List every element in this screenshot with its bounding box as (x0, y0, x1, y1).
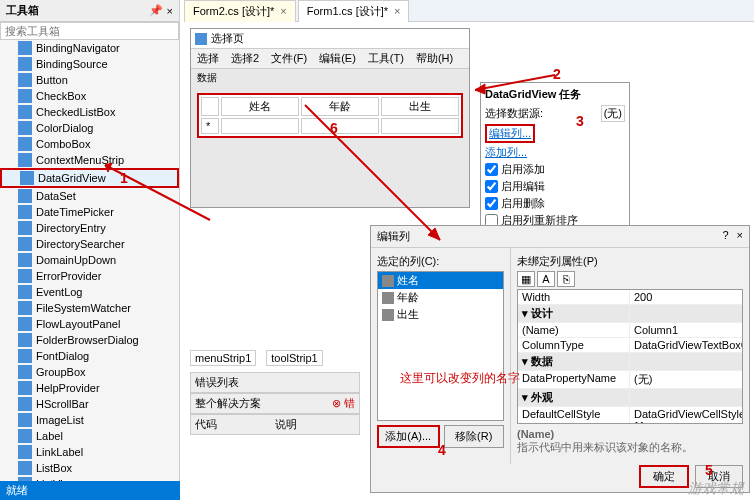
toolbox-item-combobox[interactable]: ComboBox (0, 136, 179, 152)
column-header[interactable]: 姓名 (221, 97, 299, 116)
task-checkbox[interactable] (485, 163, 498, 176)
property-grid[interactable]: Width200▾ 设计(Name)Column1ColumnTypeDataG… (517, 289, 743, 424)
column-icon (382, 292, 394, 304)
toolbox-item-listbox[interactable]: ListBox (0, 460, 179, 476)
add-button[interactable]: 添加(A)... (377, 425, 440, 448)
toolbox-item-folderbrowserdialog[interactable]: FolderBrowserDialog (0, 332, 179, 348)
task-checkbox[interactable] (485, 197, 498, 210)
control-icon (18, 349, 32, 363)
toolbox-search-input[interactable] (0, 22, 179, 40)
toolbox-item-bindingnavigator[interactable]: BindingNavigator (0, 40, 179, 56)
control-icon (18, 205, 32, 219)
control-icon (18, 381, 32, 395)
help-icon[interactable]: ? (722, 229, 728, 244)
toolstrip-component[interactable]: toolStrip1 (266, 350, 322, 366)
close-icon[interactable]: × (280, 5, 286, 17)
close-icon[interactable]: × (394, 5, 400, 17)
remove-button[interactable]: 移除(R) (444, 425, 505, 448)
menu-item[interactable]: 选择 (191, 49, 225, 68)
toolbox-panel: 工具箱 📌 × BindingNavigatorBindingSourceBut… (0, 0, 180, 500)
property-row[interactable]: ▾ 设计 (518, 305, 742, 323)
task-checkbox[interactable] (485, 180, 498, 193)
control-icon (18, 333, 32, 347)
scope-dropdown[interactable]: 整个解决方案 (195, 396, 332, 411)
document-tab[interactable]: Form2.cs [设计]*× (184, 0, 296, 22)
selected-columns-list[interactable]: 姓名年龄出生 (377, 271, 504, 421)
property-row[interactable]: (Name)Column1 (518, 323, 742, 338)
property-row[interactable]: DefaultCellStyleDataGridViewCellStyle { … (518, 407, 742, 424)
control-icon (18, 89, 32, 103)
toolbox-item-label[interactable]: Label (0, 428, 179, 444)
svg-line-0 (105, 165, 210, 220)
toolbox-item-button[interactable]: Button (0, 72, 179, 88)
toolbox-item-linklabel[interactable]: LinkLabel (0, 444, 179, 460)
property-row[interactable]: ▾ 数据 (518, 353, 742, 371)
control-icon (18, 221, 32, 235)
annotation-3: 3 (576, 113, 584, 129)
toolbox-item-groupbox[interactable]: GroupBox (0, 364, 179, 380)
prop-pages-icon[interactable]: ⎘ (557, 271, 575, 287)
toolbox-header: 工具箱 📌 × (0, 0, 179, 22)
pin-icon[interactable]: 📌 (149, 4, 163, 17)
categorized-icon[interactable]: ▦ (517, 271, 535, 287)
column-icon (382, 309, 394, 321)
toolbox-item-eventlog[interactable]: EventLog (0, 284, 179, 300)
menu-item[interactable]: 选择2 (225, 49, 265, 68)
toolbox-title: 工具箱 (6, 3, 149, 18)
toolbox-item-domainupdown[interactable]: DomainUpDown (0, 252, 179, 268)
add-column-link[interactable]: 添加列... (485, 145, 527, 160)
toolbox-item-bindingsource[interactable]: BindingSource (0, 56, 179, 72)
props-label: 未绑定列属性(P) (517, 254, 743, 269)
property-row[interactable]: DataPropertyName(无) (518, 371, 742, 389)
toolbox-item-checkbox[interactable]: CheckBox (0, 88, 179, 104)
toolbox-item-checkedlistbox[interactable]: CheckedListBox (0, 104, 179, 120)
toolbox-list[interactable]: BindingNavigatorBindingSourceButtonCheck… (0, 40, 179, 494)
group-label: 数据 (191, 69, 469, 87)
menu-item[interactable]: 帮助(H) (410, 49, 459, 68)
close-icon[interactable]: × (737, 229, 743, 244)
property-row[interactable]: ColumnTypeDataGridViewTextBoxColu (518, 338, 742, 353)
control-icon (18, 413, 32, 427)
menustrip-component[interactable]: menuStrip1 (190, 350, 256, 366)
column-item[interactable]: 出生 (378, 306, 503, 323)
menu-item[interactable]: 工具(T) (362, 49, 410, 68)
control-icon (18, 137, 32, 151)
control-icon (18, 189, 32, 203)
document-tab[interactable]: Form1.cs [设计]*× (298, 0, 410, 22)
toolbox-item-imagelist[interactable]: ImageList (0, 412, 179, 428)
prop-description: (Name) 指示代码中用来标识该对象的名称。 (517, 428, 743, 455)
property-row[interactable]: Width200 (518, 290, 742, 305)
close-icon[interactable]: × (167, 5, 173, 17)
property-row[interactable]: ▾ 外观 (518, 389, 742, 407)
svg-line-2 (305, 105, 440, 240)
menu-item[interactable]: 编辑(E) (313, 49, 362, 68)
menu-item[interactable]: 文件(F) (265, 49, 313, 68)
menubar[interactable]: 选择选择2文件(F)编辑(E)工具(T)帮助(H) (191, 49, 469, 69)
toolbox-item-hscrollbar[interactable]: HScrollBar (0, 396, 179, 412)
error-list-panel: 错误列表 整个解决方案 ⊗ 错 代码 说明 (190, 372, 360, 435)
control-icon (18, 41, 32, 55)
control-icon (18, 301, 32, 315)
toolbox-item-errorprovider[interactable]: ErrorProvider (0, 268, 179, 284)
control-icon (18, 269, 32, 283)
column-icon (382, 275, 394, 287)
control-icon (20, 171, 34, 185)
ok-button[interactable]: 确定 (639, 465, 689, 488)
control-icon (18, 445, 32, 459)
toolbox-item-flowlayoutpanel[interactable]: FlowLayoutPanel (0, 316, 179, 332)
control-icon (18, 237, 32, 251)
selected-columns-label: 选定的列(C): (377, 254, 504, 269)
toolbox-item-fontdialog[interactable]: FontDialog (0, 348, 179, 364)
document-tabs: Form2.cs [设计]*×Form1.cs [设计]*× (184, 0, 754, 22)
control-icon (18, 429, 32, 443)
column-item[interactable]: 年龄 (378, 289, 503, 306)
toolbox-item-helpprovider[interactable]: HelpProvider (0, 380, 179, 396)
datasource-dropdown[interactable]: (无) (601, 105, 625, 122)
edit-columns-link[interactable]: 编辑列... (485, 124, 535, 143)
toolbox-item-filesystemwatcher[interactable]: FileSystemWatcher (0, 300, 179, 316)
toolbox-item-colordialog[interactable]: ColorDialog (0, 120, 179, 136)
toolbox-item-directorysearcher[interactable]: DirectorySearcher (0, 236, 179, 252)
column-item[interactable]: 姓名 (378, 272, 503, 289)
alphabetical-icon[interactable]: A (537, 271, 555, 287)
error-list-title: 错误列表 (190, 372, 360, 393)
